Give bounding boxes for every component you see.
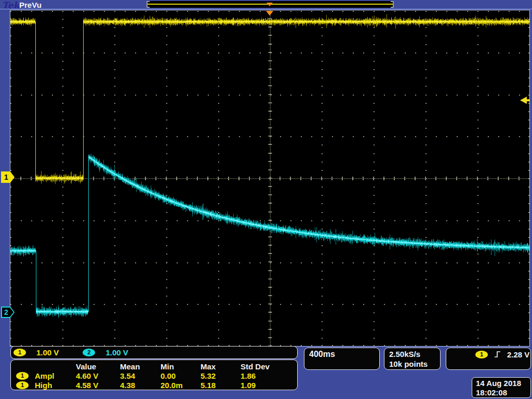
high-value: 4.58 V — [76, 381, 120, 390]
trigger-source-badge: 1 — [475, 351, 488, 358]
high-mean: 4.38 — [120, 381, 161, 390]
record-view-bar — [147, 1, 394, 8]
record-length: 10k points — [389, 359, 440, 369]
ampl-mean: 3.54 — [120, 371, 161, 380]
ampl-value: 4.60 V — [76, 371, 120, 380]
channel1-scale: 1.00 V — [36, 348, 59, 357]
measurement-header-mean: Mean — [120, 362, 161, 371]
horizontal-scale-readout: 400ms — [304, 348, 380, 370]
trigger-readout: 1 2.28 V — [446, 348, 531, 370]
measurement-header-value: Value — [76, 362, 120, 371]
high-min: 20.0m — [161, 381, 201, 390]
sample-rate: 2.50kS/s — [389, 349, 440, 359]
channel2-scale: 1.00 V — [105, 348, 128, 357]
datetime-readout: 14 Aug 2018 18:02:08 — [472, 377, 531, 398]
time: 18:02:08 — [476, 388, 530, 397]
time-per-div: 400ms — [309, 350, 335, 358]
measurement-header-min: Min — [161, 362, 201, 371]
ampl-min: 0.00 — [161, 371, 201, 380]
measurement-header-stddev: Std Dev — [241, 362, 297, 371]
measurement-source-badge: 1 — [16, 372, 29, 380]
trigger-level-arrow-stem — [527, 99, 529, 101]
channel-scale-readout: 1 1.00 V 2 1.00 V — [10, 346, 298, 359]
trigger-level: 2.28 V — [507, 350, 529, 359]
graticule — [10, 10, 530, 347]
trigger-level-arrow-icon — [520, 97, 527, 104]
measurement-name: High — [35, 381, 52, 390]
ampl-stddev: 1.86 — [241, 371, 297, 380]
acquisition-readout: 2.50kS/s 10k points — [384, 348, 441, 370]
waveform-canvas — [10, 10, 529, 346]
trigger-position-marker-icon — [266, 11, 273, 16]
record-view-trigger-position-icon — [267, 3, 273, 6]
high-stddev: 1.09 — [241, 381, 297, 390]
header-divider — [0, 9, 532, 9]
channel1-badge: 1 — [14, 349, 26, 356]
rising-edge-icon — [494, 350, 501, 358]
channel2-badge: 2 — [83, 349, 95, 356]
acquisition-status: PreVu — [19, 1, 42, 9]
date: 14 Aug 2018 — [476, 379, 530, 388]
measurement-table: Value Mean Min Max Std Dev 1 Ampl 4.60 V… — [10, 360, 298, 390]
high-max: 5.18 — [201, 381, 241, 390]
measurement-name: Ampl — [35, 371, 55, 380]
measurement-row-ampl: 1 Ampl — [16, 371, 76, 380]
measurement-source-badge: 1 — [16, 381, 29, 389]
measurement-row-high: 1 High — [16, 381, 76, 390]
ampl-max: 5.32 — [201, 371, 241, 380]
measurement-header-max: Max — [201, 362, 241, 371]
